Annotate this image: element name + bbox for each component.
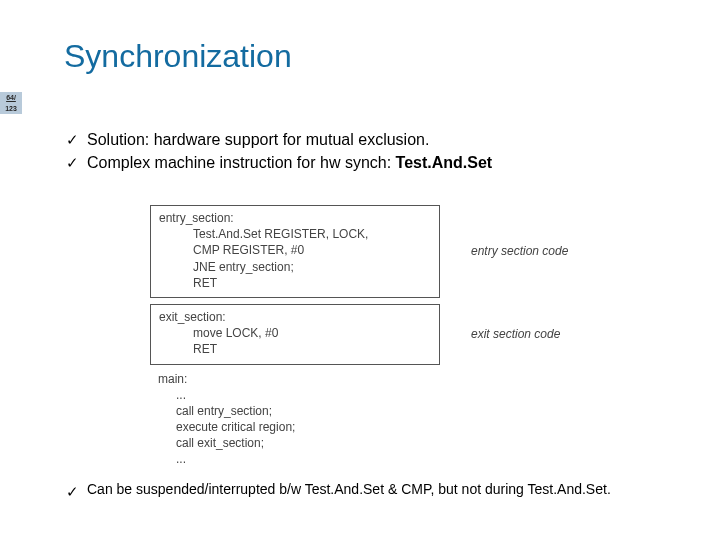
code-line: JNE entry_section; bbox=[159, 259, 431, 275]
page-number-total: 123 bbox=[0, 103, 22, 114]
code-line: call entry_section; bbox=[158, 403, 640, 419]
code-line: RET bbox=[159, 341, 431, 357]
code-line: execute critical region; bbox=[158, 419, 640, 435]
bullet-text: Solution: hardware support for mutual ex… bbox=[87, 128, 429, 151]
code-line: ... bbox=[158, 387, 640, 403]
page-title: Synchronization bbox=[64, 38, 292, 75]
code-line: RET bbox=[159, 275, 431, 291]
check-icon: ✓ bbox=[66, 151, 79, 174]
code-label: entry_section: bbox=[159, 211, 234, 225]
code-line: Test.And.Set REGISTER, LOCK, bbox=[159, 226, 431, 242]
exit-section-box: exit_section: move LOCK, #0 RET exit sec… bbox=[150, 304, 440, 365]
annotation: entry section code bbox=[471, 243, 568, 259]
footnote: ✓ Can be suspended/interrupted b/w Test.… bbox=[66, 480, 700, 503]
code-line: call exit_section; bbox=[158, 435, 640, 451]
bullet-text: Complex machine instruction for hw synch… bbox=[87, 151, 492, 174]
slide: Synchronization 64/ 123 ✓ Solution: hard… bbox=[0, 0, 720, 540]
code-diagram: entry_section: Test.And.Set REGISTER, LO… bbox=[150, 205, 640, 468]
bullet-text-bold: Test.And.Set bbox=[396, 154, 493, 171]
main-section: main: ... call entry_section; execute cr… bbox=[158, 371, 640, 468]
body: ✓ Solution: hardware support for mutual … bbox=[66, 128, 682, 174]
code-label: exit_section: bbox=[159, 310, 226, 324]
page-number-current: 64/ bbox=[0, 92, 22, 103]
page-number-badge: 64/ 123 bbox=[0, 92, 22, 114]
list-item: ✓ Complex machine instruction for hw syn… bbox=[66, 151, 682, 174]
code-line: ... bbox=[158, 451, 640, 467]
annotation: exit section code bbox=[471, 326, 560, 342]
check-icon: ✓ bbox=[66, 128, 79, 151]
bullet-list: ✓ Solution: hardware support for mutual … bbox=[66, 128, 682, 174]
list-item: ✓ Solution: hardware support for mutual … bbox=[66, 128, 682, 151]
check-icon: ✓ bbox=[66, 480, 79, 503]
footnote-text: Can be suspended/interrupted b/w Test.An… bbox=[87, 480, 611, 499]
code-label: main: bbox=[158, 372, 187, 386]
bullet-text-prefix: Complex machine instruction for hw synch… bbox=[87, 154, 396, 171]
code-line: CMP REGISTER, #0 bbox=[159, 242, 431, 258]
entry-section-box: entry_section: Test.And.Set REGISTER, LO… bbox=[150, 205, 440, 298]
code-line: move LOCK, #0 bbox=[159, 325, 431, 341]
